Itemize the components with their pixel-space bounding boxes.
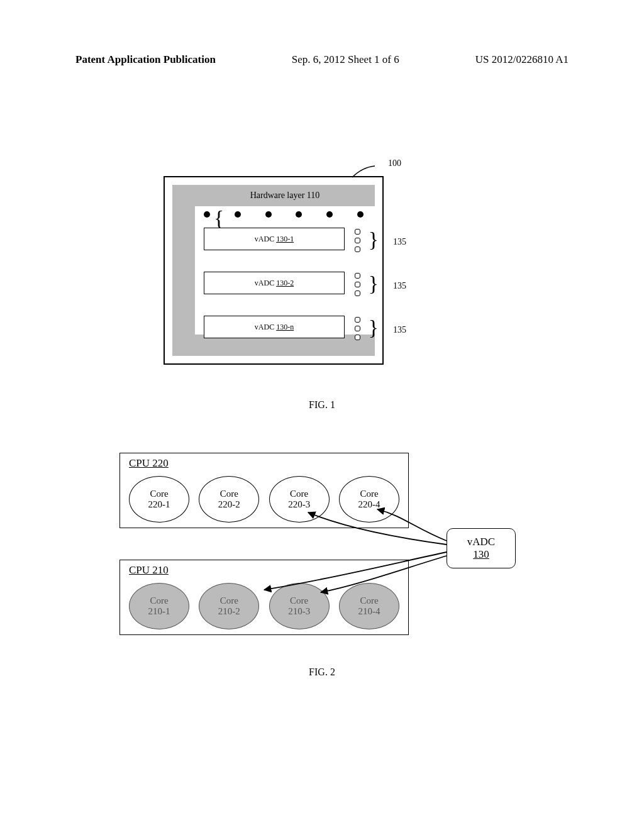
- nic-port-icon: [357, 211, 364, 218]
- ref-leader-100: [351, 165, 376, 179]
- vadc-130-box: vADC 130: [447, 528, 516, 568]
- vadc-130-1: vADC 130-1: [204, 228, 345, 250]
- hardware-layer-110: Hardware layer 110: [195, 185, 375, 206]
- vadc-label: vADC 130-n: [255, 323, 294, 332]
- brace-icon: }: [369, 273, 379, 294]
- cpu-220-title: CPU 220: [129, 457, 169, 470]
- brace-icon: }: [214, 208, 224, 229]
- core-210-3: Core210-3: [269, 583, 330, 629]
- ref-num-135: 135: [393, 281, 406, 291]
- fig1-system-box: 100 Hardware layer 110 } 115 vADC 130-1 …: [164, 176, 384, 365]
- nic-port-icon: [326, 211, 333, 218]
- hardware-layer-label: Hardware layer 110: [250, 191, 320, 201]
- cpu-220-box: CPU 220 Core220-1 Core220-2 Core220-3 Co…: [119, 453, 409, 528]
- vnic-group: [348, 317, 366, 340]
- vnic-icon: [355, 290, 360, 296]
- nic-port-icon: [296, 211, 302, 218]
- core-210-1: Core210-1: [129, 583, 189, 629]
- cpu-210-box: CPU 210 Core210-1 Core210-2 Core210-3 Co…: [119, 560, 409, 635]
- vnic-icon: [355, 335, 360, 340]
- cpu-210-title: CPU 210: [129, 564, 169, 577]
- nic-ports-group: [204, 209, 364, 220]
- vnic-group: [348, 229, 366, 252]
- ref-num-100: 100: [388, 158, 401, 169]
- vnic-icon: [355, 238, 360, 243]
- vadc-label: vADC 130-2: [255, 279, 294, 288]
- vnic-icon: [355, 317, 360, 323]
- vnic-icon: [355, 273, 360, 279]
- vnic-icon: [355, 229, 360, 235]
- ref-num-135: 135: [393, 237, 406, 247]
- brace-icon: }: [369, 229, 379, 250]
- vnic-icon: [355, 246, 360, 252]
- vadc-130-ref: 130: [473, 548, 489, 561]
- cpu-210-cores: Core210-1 Core210-2 Core210-3 Core210-4: [129, 583, 399, 629]
- nic-port-icon: [265, 211, 272, 218]
- vadc-130-n: vADC 130-n: [204, 316, 345, 338]
- nic-port-icon: [235, 211, 241, 218]
- vnic-group: [348, 273, 366, 296]
- brace-icon: }: [369, 317, 379, 338]
- vadc-label: vADC 130-1: [255, 235, 294, 244]
- vnic-icon: [355, 326, 360, 331]
- core-220-4: Core220-4: [339, 476, 399, 523]
- page-header: Patent Application Publication Sep. 6, 2…: [75, 53, 569, 66]
- core-220-2: Core220-2: [199, 476, 259, 523]
- vadc-130-2: vADC 130-2: [204, 272, 345, 294]
- fig2-caption: FIG. 2: [0, 667, 644, 678]
- core-210-2: Core210-2: [199, 583, 259, 629]
- fig1-left-shaded-bar: [172, 185, 195, 356]
- vnic-icon: [355, 282, 360, 287]
- fig1-caption: FIG. 1: [0, 399, 644, 411]
- nic-port-icon: [204, 211, 210, 218]
- ref-num-135: 135: [393, 325, 406, 335]
- header-left: Patent Application Publication: [75, 53, 216, 66]
- page: Patent Application Publication Sep. 6, 2…: [0, 0, 644, 830]
- header-center: Sep. 6, 2012 Sheet 1 of 6: [292, 53, 399, 66]
- core-210-4: Core210-4: [339, 583, 399, 629]
- core-220-3: Core220-3: [269, 476, 330, 523]
- core-220-1: Core220-1: [129, 476, 189, 523]
- header-right: US 2012/0226810 A1: [475, 53, 569, 66]
- fig2: CPU 220 Core220-1 Core220-2 Core220-3 Co…: [119, 453, 516, 654]
- cpu-220-cores: Core220-1 Core220-2 Core220-3 Core220-4: [129, 476, 399, 523]
- vadc-130-label: vADC: [467, 536, 495, 548]
